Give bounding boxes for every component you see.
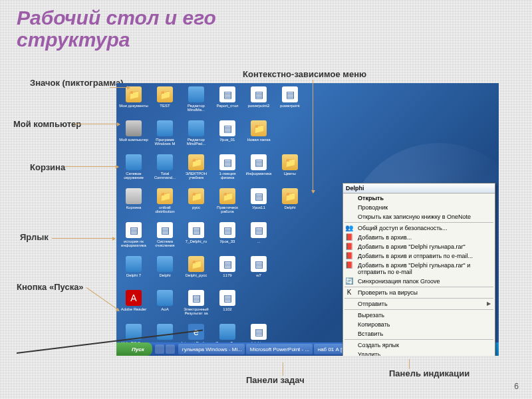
icon-label: Delphi	[159, 273, 170, 277]
desktop-icon[interactable]: 📁русс	[181, 187, 211, 220]
desktop-icons-grid: 📁Мои документы📁TESTРедактор MindMa...▤Ра…	[118, 85, 336, 356]
icon-label: 1179	[223, 273, 231, 277]
app-icon	[188, 120, 204, 136]
desktop-icon[interactable]	[275, 255, 305, 288]
desktop-icon[interactable]: ▤Урок11	[243, 187, 274, 220]
menu-item-label: Добавить в архив и отправить по e-mail..…	[358, 253, 473, 259]
folder-icon: 📁	[282, 154, 298, 170]
desktop-icon[interactable]: ▤7_Delphi_ru	[181, 221, 211, 254]
desktop-icon[interactable]: Total Command...	[150, 153, 180, 186]
doc-icon: ▤	[251, 324, 267, 340]
desktop-icon[interactable]: ▤1102	[212, 289, 243, 322]
desktop-icon[interactable]: ▤1-лекция физика	[212, 153, 243, 186]
context-menu-item[interactable]: Проводник	[343, 203, 495, 212]
doc-icon: ▤	[188, 290, 204, 306]
context-menu-item[interactable]: Открыть как записную книжку в OneNote	[343, 212, 495, 221]
desktop-icon[interactable]	[306, 119, 336, 152]
icon-label: Цветы	[284, 172, 296, 176]
desktop-icon[interactable]	[275, 221, 305, 254]
context-menu-item[interactable]: 🔄Синхронизация папок Groove	[343, 277, 495, 286]
context-menu-item[interactable]: 👥Общий доступ и безопасность...	[343, 223, 495, 233]
desktop-icon[interactable]: ▤Урок_01	[212, 119, 243, 152]
doc-icon: ▤	[251, 256, 267, 272]
desktop-icon[interactable]	[306, 153, 336, 186]
desktop-icon[interactable]	[306, 221, 336, 254]
desktop-icon[interactable]: ▤Система счисления	[150, 221, 180, 254]
desktop-icon[interactable]	[275, 289, 305, 322]
doc-icon: ▤	[251, 154, 267, 170]
desktop-icon[interactable]: 📁TEST	[150, 85, 180, 118]
desktop-icon[interactable]: 📁Delphi_русс	[181, 255, 211, 288]
context-menu-item[interactable]: KПроверить на вирусы	[343, 288, 495, 297]
desktop-icon[interactable]	[243, 289, 274, 322]
desktop-icon[interactable]: ▤powerpoint	[275, 85, 305, 118]
context-menu[interactable]: Delphi ОткрытьПроводникОткрыть как запис…	[342, 183, 495, 356]
icon-label: Электронный Результат за	[181, 307, 211, 315]
desktop-icon[interactable]: 📁Практическ работа	[212, 187, 243, 220]
menu-item-label: Копировать	[358, 321, 390, 328]
desktop-icon[interactable]	[306, 289, 336, 322]
desktop-icon[interactable]: Програма Windows M	[150, 119, 180, 152]
menu-item-icon: 📕	[345, 252, 353, 260]
desktop-icon[interactable]: ▤w7	[243, 255, 274, 288]
desktop-icon[interactable]: 📁uniball distribution	[150, 187, 180, 220]
desktop-icon[interactable]: Delphi	[150, 255, 180, 288]
desktop-icon[interactable]: 📁Мои документы	[118, 85, 149, 118]
folder-icon: 📁	[188, 256, 204, 272]
context-menu-item[interactable]: Открыть	[343, 194, 495, 203]
icon-label: Корзина	[126, 205, 142, 209]
context-menu-item[interactable]: Копировать	[343, 320, 495, 329]
menu-item-icon: 📕	[345, 261, 353, 269]
context-menu-item[interactable]: 📕Добавить в архив...	[343, 233, 495, 242]
icon-label: Раport_стол	[216, 104, 238, 108]
icon-label: Информатика	[246, 172, 272, 176]
desktop-icon[interactable]: Delphi 7	[118, 255, 149, 288]
pointer-line	[52, 238, 115, 239]
desktop-icon[interactable]: ▤Урок_33	[212, 221, 243, 254]
desktop-icon[interactable]: AoA	[150, 289, 180, 322]
context-menu-item[interactable]: 📕Добавить в архив "Delphi гульнара.rar" …	[343, 261, 495, 277]
desktop-icon[interactable]: 📁ЭЛЕКТРОН учебник	[181, 153, 211, 186]
desktop-icon[interactable]	[306, 255, 336, 288]
label-start-button: Кнопка «Пуска»	[17, 283, 84, 292]
pointer-line	[313, 80, 313, 193]
desktop-icon[interactable]: Редактор MindPad...	[181, 119, 211, 152]
desktop-icon[interactable]: ▤powerpoint2	[243, 85, 274, 118]
desktop-icon[interactable]: ▤1179	[212, 255, 243, 288]
menu-item-label: Отправить	[358, 301, 388, 307]
context-menu-item[interactable]: Удалить	[343, 350, 495, 356]
desktop-icon[interactable]: ▤история пк информатика	[118, 221, 149, 254]
desktop-icon[interactable]	[306, 187, 336, 220]
doc-icon: ▤	[251, 86, 267, 102]
desktop-icon[interactable]: ▤Электронный Результат за	[181, 289, 211, 322]
icon-label: w7	[256, 273, 261, 277]
desktop-icon[interactable]: 📁Цветы	[275, 153, 305, 186]
context-menu-item[interactable]: Вставить	[343, 329, 495, 338]
desktop-icon[interactable]: ▤Информатика	[243, 153, 274, 186]
doc-icon: ▤	[219, 256, 235, 272]
desktop-icon[interactable]: ▤Раport_стол	[212, 85, 243, 118]
desktop-icon[interactable]: 📁Новая папка	[243, 119, 274, 152]
context-menu-item[interactable]: Отправить▶	[343, 299, 495, 309]
desktop-icon[interactable]: Редактор MindMa...	[181, 85, 211, 118]
desktop-icon[interactable]	[306, 85, 336, 118]
desktop-icon[interactable]	[275, 119, 305, 152]
desktop-icon[interactable]: AAdobe Reader	[118, 289, 149, 322]
context-menu-item[interactable]: Создать ярлык	[343, 340, 495, 350]
desktop-icon[interactable]: Сетевое окружение	[118, 153, 149, 186]
menu-item-label: Синхронизация папок Groove	[358, 278, 440, 285]
desktop-icon[interactable]: 📁Delphi	[275, 187, 305, 220]
desktop-icon[interactable]: Корзина	[118, 187, 149, 220]
icon-label: Урок_33	[220, 239, 235, 243]
app-icon	[188, 86, 204, 102]
icon-label: Мои документы	[119, 104, 148, 108]
context-menu-item[interactable]: Вырезать	[343, 311, 495, 320]
icon-label: TEST	[160, 104, 170, 108]
desktop-icon[interactable]: ▤...	[243, 221, 274, 254]
icon-label: 7_Delphi_ru	[186, 239, 207, 243]
taskbar-task[interactable]: Microsoft PowerPoint - ...	[246, 344, 313, 354]
menu-item-label: Общий доступ и безопасность...	[358, 225, 448, 231]
context-menu-item[interactable]: 📕Добавить в архив и отправить по e-mail.…	[343, 251, 495, 261]
context-menu-item[interactable]: 📕Добавить в архив "Delphi гульнара.rar"	[343, 242, 495, 251]
desktop-icon[interactable]: Мой компьютер	[118, 119, 149, 152]
